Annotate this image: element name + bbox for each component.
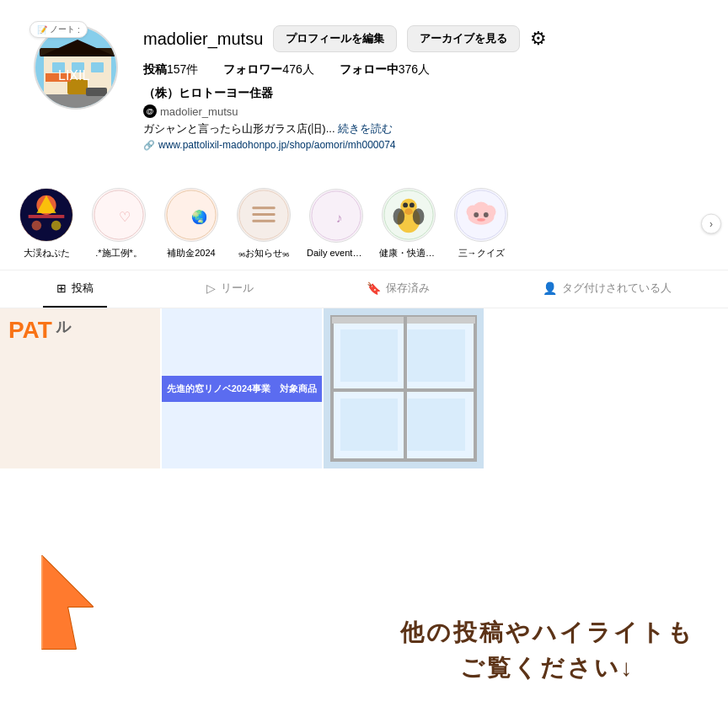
nebuta-image (20, 188, 72, 242)
edit-profile-button[interactable]: プロフィールを編集 (273, 25, 397, 52)
post-item-2[interactable]: 先進的窓リノベ2024事業 対象商品 (162, 308, 322, 468)
svg-marker-54 (42, 556, 93, 649)
svg-point-35 (413, 208, 425, 224)
highlight-circle-music: ♪ (309, 189, 363, 243)
svg-rect-24 (252, 213, 275, 216)
note-badge-text: ノート (50, 24, 75, 35)
archive-button[interactable]: アーカイブを見る (407, 25, 520, 52)
posts-tab-label: 投稿 (72, 281, 94, 296)
svg-text:♪: ♪ (336, 211, 343, 225)
highlight-label-quiz: 三→クイズ (458, 247, 505, 260)
stats-row: 投稿157件 フォロワー476人 フォロー中376人 (143, 62, 694, 78)
tagged-tab-label: タグ付けされている人 (562, 281, 672, 296)
svg-rect-15 (29, 215, 65, 218)
svg-point-43 (477, 218, 485, 222)
highlight-health[interactable]: 健康・快適・... (379, 188, 438, 260)
tab-saved[interactable]: 🔖 保存済み (353, 270, 443, 308)
note-indicator: : (78, 25, 80, 35)
arrow-cursor-svg (25, 531, 135, 657)
post-window-image (324, 308, 484, 468)
cta-text-container: 他の投稿やハイライトも ご覧ください↓ (400, 615, 694, 686)
avatar[interactable]: LIXIL (34, 25, 118, 110)
reels-tab-icon: ▷ (206, 281, 216, 295)
music-image: ♪ (310, 189, 362, 243)
svg-rect-11 (86, 88, 107, 96)
highlight-circle-heart: ♡ (92, 188, 146, 242)
posts-area: PAT ル 先進的窓リノベ2024事業 対象商品 (0, 308, 728, 468)
display-name: （株）ヒロトーヨー住器 (143, 86, 694, 101)
svg-point-32 (410, 202, 415, 207)
profile-info: madolier_mutsu プロフィールを編集 アーカイブを見る ⚙ 投稿15… (143, 25, 694, 151)
highlight-daily-events[interactable]: ♪ Daily events 🌊 (307, 189, 366, 259)
post-item-1[interactable]: PAT ル (0, 308, 160, 468)
cta-line2: ご覧ください↓ (400, 650, 694, 686)
svg-rect-25 (252, 220, 275, 222)
cursor-arrow (25, 531, 135, 661)
threads-icon: @ (143, 104, 157, 118)
highlights-section: 大渓ねぷた ♡ .*施工例*。 🌏 補助金2024 (0, 181, 728, 270)
bottom-overlay: 他の投稿やハイライトも ご覧ください↓ (0, 475, 728, 728)
tab-tagged[interactable]: 👤 タグ付けされている人 (529, 270, 685, 308)
svg-rect-51 (340, 399, 398, 451)
svg-point-17 (51, 221, 62, 231)
saved-tab-icon: 🔖 (367, 281, 381, 295)
tab-reels[interactable]: ▷ リール (193, 270, 267, 308)
svg-point-34 (393, 208, 405, 224)
highlight-circle-cloud (454, 188, 508, 242)
svg-text:♡: ♡ (119, 210, 131, 224)
followers-stat[interactable]: フォロワー476人 (223, 62, 313, 78)
svg-point-16 (32, 221, 42, 231)
svg-point-42 (484, 212, 489, 217)
username: madolier_mutsu (143, 29, 263, 49)
highlight-circle-bird (382, 188, 436, 242)
highlight-label-construction: .*施工例*。 (95, 247, 142, 260)
highlights-next-arrow[interactable]: › (701, 213, 721, 233)
svg-point-31 (403, 202, 408, 207)
threads-handle-row: @ madolier_mutsu (143, 104, 694, 118)
svg-text:LIXIL: LIXIL (58, 68, 89, 83)
bio-text: ガシャンと言ったら山形ガラス店(旧)... 続きを読む (143, 121, 694, 136)
globe-image: 🌏 (165, 188, 217, 242)
profile-top: 📝 ノート : (34, 25, 694, 151)
highlight-label-health: 健康・快適・... (379, 247, 438, 260)
svg-rect-52 (408, 399, 465, 451)
highlight-subsidy[interactable]: 🌏 補助金2024 (162, 188, 221, 260)
note-badge[interactable]: 📝 ノート : (29, 21, 88, 38)
posts-stat: 投稿157件 (143, 62, 198, 78)
highlight-label-nebuta: 大渓ねぷた (24, 247, 70, 260)
reels-tab-label: リール (221, 281, 254, 296)
highlight-label-daily-events: Daily events 🌊 (307, 248, 366, 259)
svg-rect-6 (91, 62, 104, 72)
tagged-tab-icon: 👤 (543, 281, 557, 295)
highlight-label-news: ₉₆お知らせ₉₆ (238, 247, 289, 260)
highlight-nebuta[interactable]: 大渓ねぷた (17, 188, 76, 260)
settings-icon[interactable]: ⚙ (530, 28, 547, 50)
svg-rect-10 (35, 94, 118, 110)
highlight-circle-globe: 🌏 (164, 188, 218, 242)
profile-section: 📝 ノート : (0, 0, 728, 181)
note-icon: 📝 (37, 25, 47, 35)
following-stat[interactable]: フォロー中376人 (340, 62, 430, 78)
bio-more-link[interactable]: 続きを読む (338, 122, 393, 135)
saved-tab-label: 保存済み (386, 281, 430, 296)
highlight-circle-menu (237, 188, 291, 242)
highlight-construction[interactable]: ♡ .*施工例*。 (89, 188, 148, 260)
avatar-container: 📝 ノート : (34, 25, 118, 110)
page-wrapper: 📝 ノート : (0, 0, 728, 728)
website-link[interactable]: 🔗 www.pattolixil-madohonpo.jp/shop/aomor… (143, 139, 694, 151)
highlight-circle-nebuta (19, 188, 73, 242)
cloud-image (455, 188, 507, 242)
highlight-news[interactable]: ₉₆お知らせ₉₆ (234, 188, 293, 260)
cta-line1: 他の投稿やハイライトも (400, 615, 694, 650)
heart-image: ♡ (93, 188, 145, 242)
link-icon: 🔗 (143, 140, 155, 151)
highlight-quiz[interactable]: 三→クイズ (452, 188, 511, 260)
tab-posts[interactable]: ⊞ 投稿 (43, 270, 107, 308)
svg-rect-50 (408, 329, 465, 382)
post-item-3[interactable] (324, 308, 484, 468)
svg-text:🌏: 🌏 (191, 209, 208, 225)
threads-handle-text: madolier_mutsu (160, 105, 238, 118)
svg-point-33 (404, 208, 413, 215)
posts-tab-icon: ⊞ (56, 281, 67, 295)
svg-rect-49 (340, 329, 398, 382)
